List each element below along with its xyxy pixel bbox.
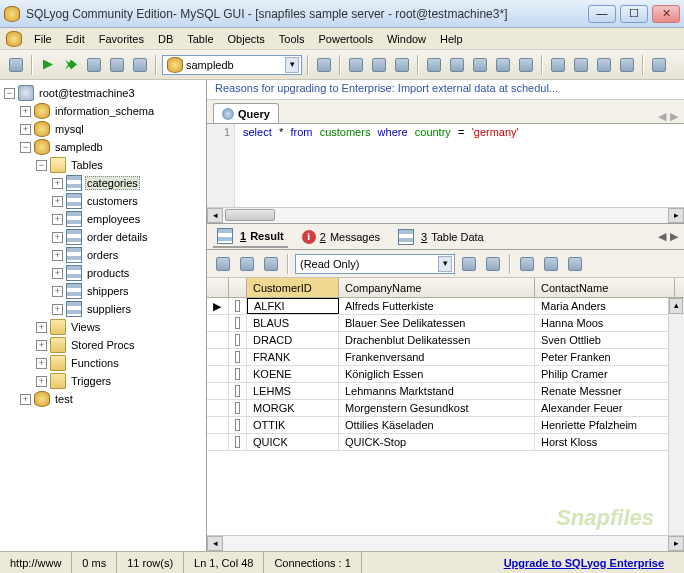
result-tool-8[interactable]	[565, 254, 585, 274]
rtab-next-icon[interactable]: ▶	[670, 230, 678, 243]
result-grid[interactable]: CustomerID CompanyName ContactName ▶ALFK…	[207, 278, 684, 551]
expand-icon[interactable]: +	[36, 322, 47, 333]
tree-table-suppliers[interactable]: +suppliers	[0, 300, 206, 318]
expand-icon[interactable]: +	[52, 250, 63, 261]
cell-contactname[interactable]: Renate Messner	[535, 383, 675, 399]
cell-customerid[interactable]: LEHMS	[247, 383, 339, 399]
col-contactname[interactable]: ContactName	[535, 278, 675, 297]
cell-customerid[interactable]: BLAUS	[247, 315, 339, 331]
tool-button-9[interactable]	[470, 55, 490, 75]
scroll-left-icon[interactable]: ◂	[207, 208, 223, 223]
tree-table-orderdetails[interactable]: +order details	[0, 228, 206, 246]
expand-icon[interactable]: −	[36, 160, 47, 171]
scroll-left-icon[interactable]: ◂	[207, 536, 223, 551]
result-tool-2[interactable]	[237, 254, 257, 274]
checkbox-icon[interactable]	[235, 402, 240, 414]
cell-contactname[interactable]: Horst Kloss	[535, 434, 675, 450]
checkbox-icon[interactable]	[235, 317, 240, 329]
cell-contactname[interactable]: Sven Ottlieb	[535, 332, 675, 348]
tool-button-10[interactable]	[493, 55, 513, 75]
cell-customerid[interactable]: MORGK	[247, 400, 339, 416]
cell-companyname[interactable]: Königlich Essen	[339, 366, 535, 382]
result-tool-5[interactable]	[483, 254, 503, 274]
tool-button-1[interactable]	[107, 55, 127, 75]
row-check[interactable]	[229, 298, 247, 314]
result-tool-6[interactable]	[517, 254, 537, 274]
tab-tabledata[interactable]: 3 Table Data	[394, 227, 488, 247]
cell-companyname[interactable]: Morgenstern Gesundkost	[339, 400, 535, 416]
tool-button-13[interactable]	[571, 55, 591, 75]
tree-table-orders[interactable]: +orders	[0, 246, 206, 264]
checkbox-icon[interactable]	[235, 385, 240, 397]
menu-help[interactable]: Help	[434, 31, 469, 47]
table-row[interactable]: DRACDDrachenblut DelikatessenSven Ottlie…	[207, 332, 684, 349]
table-row[interactable]: FRANKFrankenversandPeter Franken	[207, 349, 684, 366]
rtab-prev-icon[interactable]: ◀	[658, 230, 666, 243]
database-selector[interactable]: sampledb ▾	[162, 55, 302, 75]
refresh-button[interactable]	[84, 55, 104, 75]
row-check[interactable]	[229, 400, 247, 416]
status-upgrade-link[interactable]: Upgrade to SQLyog Enterprise	[494, 552, 684, 573]
tab-prev-icon[interactable]: ◀	[658, 110, 666, 123]
scroll-right-icon[interactable]: ▸	[668, 536, 684, 551]
row-check[interactable]	[229, 366, 247, 382]
grid-hscroll[interactable]: ◂ ▸	[207, 535, 684, 551]
row-check[interactable]	[229, 315, 247, 331]
editor-hscroll[interactable]: ◂ ▸	[207, 207, 684, 223]
expand-icon[interactable]: +	[36, 340, 47, 351]
cell-contactname[interactable]: Maria Anders	[535, 298, 675, 314]
table-row[interactable]: QUICKQUICK-StopHorst Kloss	[207, 434, 684, 451]
execute-query-button[interactable]	[38, 55, 58, 75]
cell-customerid[interactable]: OTTIK	[247, 417, 339, 433]
tree-db-infoschema[interactable]: +information_schema	[0, 102, 206, 120]
result-tool-7[interactable]	[541, 254, 561, 274]
checkbox-icon[interactable]	[235, 436, 240, 448]
tree-folder-functions[interactable]: +Functions	[0, 354, 206, 372]
tool-button-12[interactable]	[548, 55, 568, 75]
expand-icon[interactable]: +	[52, 196, 63, 207]
scroll-up-icon[interactable]: ▴	[669, 298, 683, 314]
expand-icon[interactable]: +	[52, 304, 63, 315]
table-row[interactable]: OTTIKOttilies KäseladenHenriette Pfalzhe…	[207, 417, 684, 434]
cell-customerid[interactable]: DRACD	[247, 332, 339, 348]
col-companyname[interactable]: CompanyName	[339, 278, 535, 297]
row-check[interactable]	[229, 434, 247, 450]
menu-table[interactable]: Table	[181, 31, 219, 47]
sql-editor[interactable]: 1 select * from customers where country …	[207, 124, 684, 224]
tree-table-employees[interactable]: +employees	[0, 210, 206, 228]
tree-db-sampledb[interactable]: −sampledb	[0, 138, 206, 156]
cell-customerid[interactable]: KOENE	[247, 366, 339, 382]
expand-icon[interactable]: +	[20, 394, 31, 405]
query-tab[interactable]: Query	[213, 103, 279, 123]
tree-table-categories[interactable]: +categories	[0, 174, 206, 192]
tree-root[interactable]: −root@testmachine3	[0, 84, 206, 102]
tool-button-16[interactable]	[649, 55, 669, 75]
expand-icon[interactable]: −	[4, 88, 15, 99]
checkbox-icon[interactable]	[235, 368, 240, 380]
checkbox-icon[interactable]	[235, 351, 240, 363]
cell-companyname[interactable]: Blauer See Delikatessen	[339, 315, 535, 331]
tab-result[interactable]: 1 Result	[213, 226, 288, 248]
result-tool-3[interactable]	[261, 254, 281, 274]
checkbox-icon[interactable]	[235, 419, 240, 431]
expand-icon[interactable]: +	[52, 214, 63, 225]
tool-button-8[interactable]	[447, 55, 467, 75]
execute-all-button[interactable]	[61, 55, 81, 75]
tree-folder-storedprocs[interactable]: +Stored Procs	[0, 336, 206, 354]
checkbox-icon[interactable]	[235, 300, 240, 312]
menu-db[interactable]: DB	[152, 31, 179, 47]
grid-vscroll[interactable]: ▴	[668, 298, 684, 535]
expand-icon[interactable]: +	[52, 178, 63, 189]
menu-objects[interactable]: Objects	[222, 31, 271, 47]
expand-icon[interactable]: +	[52, 286, 63, 297]
cell-customerid[interactable]: ALFKI	[247, 298, 339, 314]
result-tool-1[interactable]	[213, 254, 233, 274]
tool-button-2[interactable]	[130, 55, 150, 75]
cell-companyname[interactable]: Lehmanns Marktstand	[339, 383, 535, 399]
expand-icon[interactable]: −	[20, 142, 31, 153]
cell-contactname[interactable]: Henriette Pfalzheim	[535, 417, 675, 433]
menu-file[interactable]: File	[28, 31, 58, 47]
object-browser[interactable]: −root@testmachine3+information_schema+my…	[0, 80, 207, 551]
new-connection-button[interactable]	[6, 55, 26, 75]
cell-companyname[interactable]: Frankenversand	[339, 349, 535, 365]
